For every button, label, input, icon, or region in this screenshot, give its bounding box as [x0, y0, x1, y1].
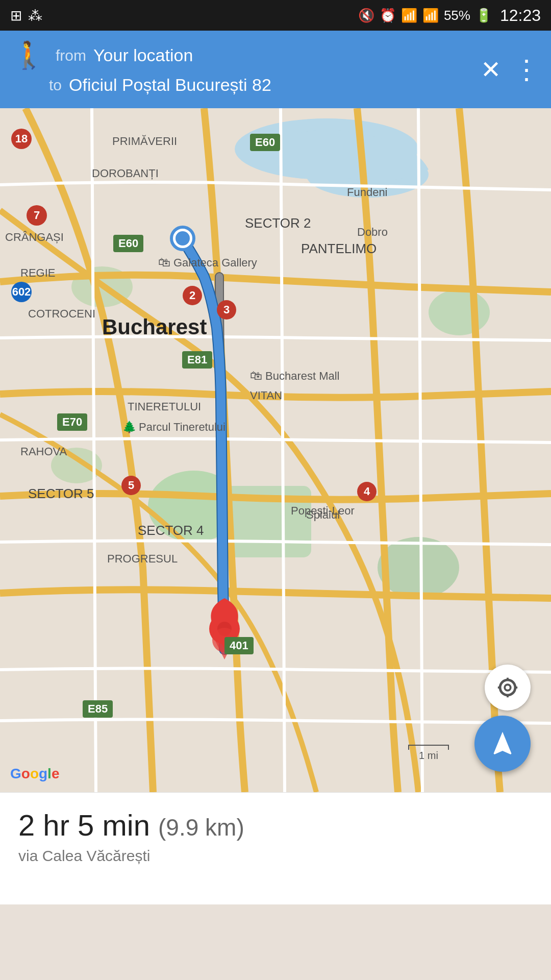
- bottom-panel: 2 hr 5 min (9.9 km) via Calea Văcărești: [0, 792, 551, 904]
- photo-icon: ⊞: [10, 7, 22, 24]
- neighborhood-label: PRIMĂVERII: [112, 135, 177, 148]
- map-area[interactable]: PRIMĂVERII DOROBANȚI CRÂNGAȘI REGIE COTR…: [0, 108, 551, 792]
- alarm-icon: ⏰: [380, 8, 396, 23]
- neighborhood-label: TINERETULUI: [128, 400, 201, 413]
- route-badge-401: 401: [224, 637, 254, 654]
- city-label: Dobro: [357, 226, 388, 239]
- battery-icon: 🔋: [475, 8, 492, 23]
- neighborhood-label: RAHOVA: [20, 445, 67, 458]
- svg-point-11: [176, 231, 190, 246]
- nav-header: 🚶 from Your location to Oficiul Poștal B…: [0, 31, 551, 108]
- location-button[interactable]: [485, 665, 531, 710]
- route-duration: 2 hr 5 min (9.9 km): [18, 808, 533, 842]
- route-badge-e60-2: E60: [113, 235, 143, 252]
- svg-point-15: [505, 684, 511, 691]
- route-badge-e81: E81: [182, 351, 212, 369]
- route-badge-4: 4: [357, 482, 377, 501]
- route-badge-7: 7: [27, 205, 47, 226]
- wifi-icon: 📶: [401, 8, 417, 23]
- neighborhood-label: VITAN: [250, 389, 282, 402]
- clock: 12:23: [500, 6, 541, 25]
- place-label: 🛍Galateca Gallery: [158, 255, 257, 270]
- close-button[interactable]: ✕: [481, 55, 501, 84]
- neighborhood-label: COTROCENI: [28, 307, 95, 321]
- route-badge-e60: E60: [250, 134, 280, 151]
- navigate-button[interactable]: [474, 716, 531, 772]
- neighborhood-label: DOROBANȚI: [92, 167, 159, 180]
- route-via: via Calea Văcărești: [18, 847, 533, 865]
- svg-point-8: [429, 289, 490, 335]
- from-label: from: [56, 47, 86, 64]
- route-badge-e70: E70: [57, 413, 87, 431]
- city-name: Bucharest: [102, 315, 207, 339]
- to-destination: Oficiul Poștal București 82: [69, 75, 271, 95]
- to-label: to: [49, 77, 62, 94]
- mute-icon: 🔇: [358, 8, 374, 23]
- sector-label: SECTOR 5: [28, 486, 94, 502]
- walk-mode-icon: 🚶: [12, 40, 45, 71]
- place-label: 🛍Bucharest Mall: [250, 369, 340, 383]
- sector-label: PANTELIMO: [301, 241, 377, 257]
- map-scale: 1 mi: [408, 745, 449, 762]
- from-location: Your location: [93, 45, 193, 65]
- sector-label: SECTOR 2: [245, 215, 311, 231]
- route-badge-18: 18: [11, 129, 32, 149]
- route-badge-3: 3: [217, 300, 236, 320]
- route-badge-2: 2: [183, 286, 202, 305]
- more-options-button[interactable]: ⋮: [513, 54, 539, 85]
- route-badge-602: 602: [11, 282, 32, 302]
- battery-level: 55%: [444, 8, 470, 23]
- place-label: 🌲Parcul Tineretului: [122, 421, 226, 434]
- neighborhood-label: PROGRESUL: [107, 552, 178, 566]
- status-bar: ⊞ ⁂ 🔇 ⏰ 📶 📶 55% 🔋 12:23: [0, 0, 551, 31]
- city-label: Popești-Leor: [291, 504, 355, 518]
- city-label: Fundeni: [347, 186, 388, 199]
- bbm-icon: ⁂: [28, 7, 42, 24]
- signal-icon: 📶: [422, 8, 439, 23]
- neighborhood-label: CRÂNGAȘI: [5, 231, 64, 244]
- sector-label: SECTOR 4: [138, 523, 204, 538]
- google-logo: Google: [10, 766, 59, 782]
- neighborhood-label: REGIE: [20, 266, 55, 280]
- route-badge-e85: E85: [83, 700, 113, 718]
- route-badge-5: 5: [121, 476, 141, 495]
